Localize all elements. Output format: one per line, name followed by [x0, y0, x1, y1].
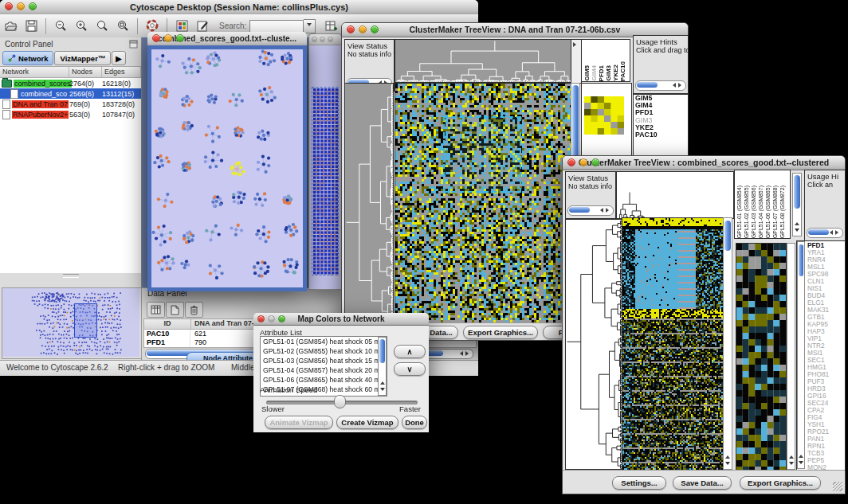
close-button[interactable]	[152, 34, 160, 42]
birdseye-view[interactable]	[2, 287, 142, 359]
main-titlebar[interactable]: Cytoscape Desktop (Session Name: collins…	[0, 0, 478, 15]
column-label[interactable]: PFD1	[598, 65, 605, 81]
scrollbar-thumb[interactable]	[379, 339, 385, 363]
animate-vizmap-button[interactable]: Animate Vizmap	[265, 416, 333, 429]
hscrollbar[interactable]	[567, 205, 614, 216]
column-label[interactable]: GPL51-04 (GSM857)	[758, 186, 765, 238]
select-attributes-button[interactable]	[147, 302, 165, 318]
network-table-row[interactable]: DNA and Tran 07 769(0) 183728(0)	[0, 99, 141, 109]
scrollbar-arrows[interactable]	[787, 453, 795, 467]
minimize-button[interactable]	[359, 25, 367, 33]
scrollbar-arrows[interactable]	[724, 453, 732, 467]
gene-list-vscrollbar[interactable]	[797, 241, 805, 469]
scrollbar-thumb[interactable]	[794, 175, 800, 209]
scrollbar-arrows[interactable]	[598, 208, 611, 213]
gene-label[interactable]: PAC10	[634, 131, 688, 139]
export-graphics-button[interactable]: Export Graphics...	[740, 476, 821, 490]
new-attribute-button[interactable]	[166, 302, 184, 318]
close-button[interactable]	[312, 37, 317, 42]
panel-splitter[interactable]	[0, 273, 141, 279]
zoom-button[interactable]	[176, 34, 184, 42]
zoom-fit-button[interactable]	[92, 17, 112, 36]
column-dendrogram-canvas[interactable]	[395, 39, 571, 83]
zoom-button[interactable]	[278, 315, 285, 322]
tab-network[interactable]: Network	[2, 51, 53, 65]
scrollbar-arrows[interactable]	[793, 220, 801, 234]
zoom-out-button[interactable]	[50, 17, 71, 36]
column-label[interactable]: GPL51-06 (GSM865)	[765, 186, 772, 238]
column-label[interactable]: GIM3	[605, 65, 612, 81]
network-table-row-selected[interactable]: combined_sco 2569(6) 13112(15)	[0, 88, 141, 99]
column-label[interactable]: GPL51-02 (GSM855)	[744, 186, 751, 238]
export-graphics-button[interactable]: Export Graphics...	[463, 326, 538, 339]
tab-vizmapper[interactable]: VizMapper™	[54, 51, 111, 65]
scrollbar-arrows[interactable]	[457, 351, 471, 356]
delete-attribute-button[interactable]	[185, 302, 203, 318]
save-button[interactable]	[21, 17, 41, 36]
column-label[interactable]: GIM5	[583, 65, 591, 81]
move-up-button[interactable]: ∧	[394, 345, 426, 358]
gene-dendrogram-canvas[interactable]	[344, 83, 394, 326]
attribute-browser-button[interactable]	[320, 17, 341, 36]
float-panel-icon[interactable]	[129, 40, 138, 49]
dense-network-canvas[interactable]	[312, 87, 339, 275]
close-button[interactable]	[567, 158, 575, 166]
column-label[interactable]: GIM4	[591, 65, 598, 81]
scrollbar-arrows[interactable]	[798, 452, 804, 467]
dialog-titlebar[interactable]: Map Colors to Network	[253, 313, 429, 326]
inactive-titlebar[interactable]	[309, 34, 341, 45]
scrollbar-thumb[interactable]	[637, 82, 658, 88]
search-input[interactable]	[249, 20, 304, 33]
minimize-button[interactable]	[320, 37, 325, 42]
heatmap-selection-box[interactable]	[443, 116, 521, 193]
attribute-list-item[interactable]: GPL51-04 (GSM857) heat shock 20 min	[261, 365, 378, 375]
scrollbar-arrows[interactable]	[670, 83, 684, 88]
column-label[interactable]: YKE2	[612, 64, 619, 81]
attribute-list-item[interactable]: GPL51-02 (GSM855) heat shock 10 min	[261, 346, 378, 356]
speed-slider-thumb[interactable]	[334, 395, 346, 408]
treeview-titlebar[interactable]: ClusterMaker TreeView : combined_scores_…	[563, 156, 845, 170]
attribute-list-item[interactable]: GPL51-01 (GSM854) heat shock 05 min	[261, 337, 378, 346]
gene-dendrogram-canvas[interactable]	[565, 219, 622, 470]
search-dropdown-button[interactable]	[304, 19, 316, 33]
birdseye-canvas[interactable]	[2, 288, 139, 357]
hscrollbar[interactable]	[635, 80, 686, 91]
network-table-row[interactable]: RNAPuberNov2+ 563(0) 107847(0)	[0, 109, 141, 119]
zoom-button[interactable]	[591, 158, 599, 166]
zoom-button[interactable]	[371, 25, 379, 33]
column-label[interactable]: GPL51-03 (GSM856)	[751, 186, 758, 238]
column-label[interactable]: GPL51-08 (GSM872)	[779, 186, 787, 238]
column-label[interactable]: GPL51-07 (GSM868)	[772, 186, 779, 238]
network-view-titlebar[interactable]: combined_scores_good.txt--cluste...	[147, 32, 307, 46]
close-button[interactable]	[257, 315, 265, 322]
labels-vscrollbar[interactable]	[792, 173, 802, 236]
zoom-button[interactable]	[328, 37, 333, 42]
network-canvas[interactable]	[151, 49, 303, 287]
tab-overflow-button[interactable]: ▶	[112, 51, 125, 65]
list-vscrollbar[interactable]	[378, 337, 387, 396]
attribute-list-item[interactable]: GPL51-03 (GSM856) heat shock 15 min	[261, 356, 378, 365]
heatmap-vscrollbar[interactable]	[723, 217, 732, 470]
column-label[interactable]: GPL51-01 (GSM854)	[736, 186, 744, 238]
scrollbar-thumb[interactable]	[569, 207, 590, 213]
column-dendrogram-canvas[interactable]	[616, 171, 734, 219]
zoom-button[interactable]	[29, 2, 37, 10]
close-button[interactable]	[347, 25, 355, 33]
minimize-button[interactable]	[579, 158, 587, 166]
scrollbar-thumb[interactable]	[808, 229, 829, 235]
open-file-button[interactable]	[0, 17, 21, 36]
create-vizmap-button[interactable]: Create Vizmap	[336, 416, 398, 429]
scrollbar-arrows[interactable]	[379, 379, 386, 393]
resize-grip[interactable]	[833, 482, 842, 491]
zoom-in-button[interactable]	[71, 17, 92, 36]
column-label[interactable]: PAC10	[619, 61, 626, 81]
zoom-selected-button[interactable]	[112, 17, 133, 36]
heatmap-canvas[interactable]	[622, 217, 724, 471]
hscrollbar[interactable]	[807, 228, 843, 238]
scrollbar-arrows[interactable]	[827, 230, 841, 235]
zoom-vscrollbar[interactable]	[787, 243, 795, 470]
done-button[interactable]: Done	[402, 416, 427, 429]
close-button[interactable]	[5, 2, 13, 10]
save-data-button[interactable]: Save Data...	[673, 476, 732, 490]
minimize-button[interactable]	[164, 34, 172, 42]
